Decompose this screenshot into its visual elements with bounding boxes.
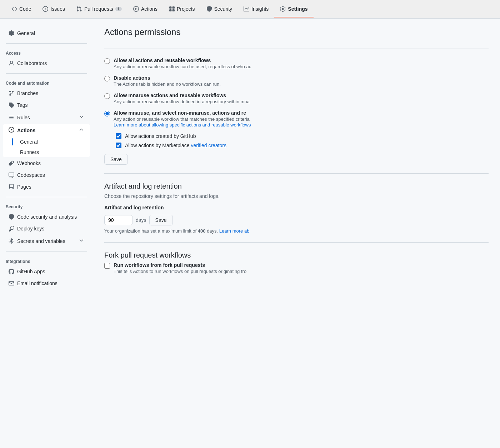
actions-runners-label: Runners — [20, 149, 39, 155]
sidebar-item-deploy-keys[interactable]: Deploy keys — [3, 223, 90, 234]
artifact-section: Artifact and log retention days Save You… — [104, 205, 489, 234]
mail-icon — [9, 280, 14, 286]
sidebar-general-label: General — [17, 30, 35, 36]
radio-disable-desc: The Actions tab is hidden and no workflo… — [114, 81, 221, 87]
secrets-chevron-down-icon — [79, 238, 84, 244]
radio-disable[interactable] — [104, 76, 110, 81]
sidebar-item-actions-general[interactable]: General — [6, 137, 87, 147]
sidebar: General Access Collaborators Code and au… — [0, 19, 93, 448]
fork-workflows-checkbox[interactable] — [104, 263, 110, 269]
radio-allow-select-link[interactable]: Learn more about allowing specific actio… — [114, 122, 251, 128]
sidebar-item-email-notifications[interactable]: Email notifications — [3, 278, 90, 289]
sidebar-item-actions-runners[interactable]: Runners — [6, 147, 87, 157]
nav-projects[interactable]: Projects — [163, 1, 201, 18]
actions-general-label: General — [20, 139, 38, 145]
sidebar-item-secrets-variables[interactable]: Secrets and variables — [3, 235, 90, 247]
sidebar-item-webhooks[interactable]: Webhooks — [3, 158, 90, 169]
radio-allow-select[interactable] — [104, 111, 110, 116]
sidebar-item-tags[interactable]: Tags — [3, 99, 90, 111]
fork-section: Run workflows from fork pull requests Th… — [104, 262, 489, 274]
apps-icon — [9, 269, 14, 274]
sidebar-divider-1 — [6, 43, 87, 44]
sidebar-rules-label: Rules — [17, 115, 30, 120]
settings-icon — [280, 6, 286, 12]
rules-icon — [9, 115, 14, 120]
sidebar-item-rules[interactable]: Rules — [3, 111, 90, 124]
sidebar-section-integrations: Integrations — [0, 256, 93, 265]
checkbox-allow-github-label[interactable]: Allow actions created by GitHub — [125, 133, 196, 139]
nav-code-label: Code — [19, 6, 31, 12]
sidebar-section-access: Access — [0, 48, 93, 57]
fork-checkbox-option: Run workflows from fork pull requests Th… — [104, 262, 489, 274]
top-nav: Code Issues Pull requests 1 Actions — [0, 0, 500, 19]
nav-insights[interactable]: Insights — [238, 1, 274, 18]
sidebar-item-code-security[interactable]: Code security and analysis — [3, 211, 90, 223]
sidebar-code-security-label: Code security and analysis — [17, 214, 77, 220]
sidebar-secrets-label: Secrets and variables — [17, 238, 65, 244]
nav-pr-label: Pull requests — [84, 6, 113, 12]
sidebar-divider-2 — [6, 73, 87, 74]
pr-badge: 1 — [115, 7, 122, 11]
sidebar-item-github-apps[interactable]: GitHub Apps — [3, 266, 90, 277]
checkbox-allow-marketplace-input[interactable] — [116, 143, 121, 148]
checkbox-allow-github: Allow actions created by GitHub — [116, 133, 489, 139]
main-content: Actions permissions Allow all actions an… — [93, 19, 500, 448]
radio-allow-all[interactable] — [104, 58, 110, 64]
checkbox-allow-marketplace-label[interactable]: Allow actions by Marketplace verified cr… — [125, 143, 226, 148]
nav-settings[interactable]: Settings — [274, 1, 313, 18]
radio-option-disable: Disable actions The Actions tab is hidde… — [104, 75, 489, 87]
nav-actions[interactable]: Actions — [128, 1, 163, 18]
verified-creators-link[interactable]: verified creators — [191, 143, 226, 148]
permissions-save-button[interactable]: Save — [104, 154, 128, 165]
sidebar-item-actions[interactable]: Actions — [3, 124, 90, 136]
code-icon — [11, 6, 17, 12]
radio-allow-all-desc: Any action or reusable workflow can be u… — [114, 64, 251, 69]
pages-icon — [9, 184, 14, 190]
nav-issues-label: Issues — [50, 6, 65, 12]
sidebar-divider-4 — [6, 252, 87, 252]
pull-request-icon — [76, 6, 82, 12]
radio-allow-select-label[interactable]: Allow mnaruse, and select non-mnaruse, a… — [114, 110, 246, 116]
branch-icon — [9, 90, 14, 96]
nav-issues[interactable]: Issues — [37, 1, 70, 18]
actions-chevron-up-icon — [79, 127, 84, 134]
fork-checkbox-label[interactable]: Run workflows from fork pull requests — [114, 262, 205, 268]
radio-disable-label[interactable]: Disable actions — [114, 75, 150, 81]
actions-icon — [133, 6, 139, 12]
sidebar-pages-label: Pages — [17, 184, 31, 190]
artifact-save-button[interactable]: Save — [149, 215, 173, 225]
nav-projects-label: Projects — [177, 6, 195, 12]
artifact-learn-more-link[interactable]: Learn more ab — [219, 228, 250, 234]
artifact-note-text: Your organization has set a maximum limi… — [104, 228, 198, 234]
security-icon — [206, 6, 212, 12]
tag-icon — [9, 102, 14, 108]
checkbox-allow-github-input[interactable] — [116, 133, 121, 139]
insights-icon — [244, 6, 249, 12]
artifact-input-row: days Save — [104, 215, 489, 225]
allow-marketplace-text: Allow actions by Marketplace — [125, 143, 191, 148]
radio-mnaruse-label[interactable]: Allow mnaruse actions and reusable workf… — [114, 93, 226, 98]
nav-code[interactable]: Code — [6, 1, 37, 18]
radio-options: Allow all actions and reusable workflows… — [104, 58, 489, 128]
sidebar-tags-label: Tags — [17, 102, 28, 108]
nav-security[interactable]: Security — [201, 1, 238, 18]
sidebar-webhooks-label: Webhooks — [17, 160, 41, 166]
nav-settings-label: Settings — [288, 6, 308, 12]
checkbox-allow-marketplace: Allow actions by Marketplace verified cr… — [116, 143, 489, 148]
asterisk-icon — [9, 238, 14, 244]
sidebar-item-collaborators[interactable]: Collaborators — [3, 58, 90, 69]
sidebar-item-branches[interactable]: Branches — [3, 88, 90, 99]
nav-pull-requests[interactable]: Pull requests 1 — [71, 1, 128, 18]
fork-title: Fork pull request workflows — [104, 251, 489, 259]
sidebar-item-pages[interactable]: Pages — [3, 181, 90, 193]
radio-allow-mnaruse[interactable] — [104, 93, 110, 99]
sidebar-divider-3 — [6, 197, 87, 197]
artifact-days-input[interactable] — [104, 215, 133, 225]
nav-security-label: Security — [214, 6, 232, 12]
radio-option-allow-all: Allow all actions and reusable workflows… — [104, 58, 489, 69]
sidebar-item-general[interactable]: General — [3, 28, 90, 39]
sidebar-item-codespaces[interactable]: Codespaces — [3, 169, 90, 181]
sidebar-branches-label: Branches — [17, 90, 38, 96]
radio-allow-all-label[interactable]: Allow all actions and reusable workflows — [114, 58, 211, 63]
artifact-divider — [104, 173, 489, 174]
